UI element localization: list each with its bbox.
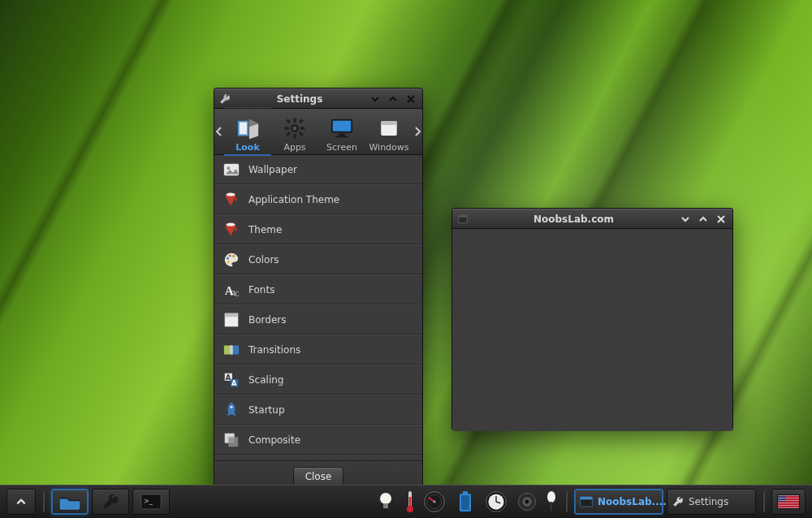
list-item-startup[interactable]: Startup <box>214 395 422 425</box>
svg-point-25 <box>229 254 231 257</box>
list-item-label: Borders <box>248 314 286 326</box>
list-item-composite[interactable]: Composite <box>214 425 422 455</box>
settings-window: Settings Look <box>214 88 423 490</box>
svg-rect-57 <box>461 495 469 510</box>
speaker-icon <box>516 491 538 512</box>
tab-look[interactable]: Look <box>224 107 271 156</box>
svg-rect-48 <box>383 503 388 508</box>
tab-screen[interactable]: Screen <box>318 107 365 156</box>
svg-point-51 <box>407 506 413 512</box>
settings-list: Wallpaper Application Theme Theme Colors… <box>214 155 422 460</box>
svg-point-54 <box>433 500 436 503</box>
tab-label: Look <box>235 142 259 153</box>
list-item-application-theme[interactable]: Application Theme <box>214 184 422 214</box>
list-item-label: Colors <box>248 254 279 265</box>
borders-icon <box>222 311 240 329</box>
svg-rect-64 <box>551 502 552 511</box>
browser-titlebar[interactable]: NoobsLab.com <box>452 209 732 229</box>
svg-rect-15 <box>333 121 352 132</box>
list-item-label: Transitions <box>248 344 300 356</box>
svg-text:A: A <box>226 373 231 382</box>
list-item-fonts[interactable]: ABC Fonts <box>214 274 422 304</box>
tab-label: Windows <box>369 142 408 153</box>
launcher-terminal[interactable]: >_ <box>132 489 170 515</box>
settings-titlebar[interactable]: Settings <box>214 88 422 109</box>
maximize-icon[interactable] <box>387 93 400 106</box>
look-icon <box>235 116 260 140</box>
list-item-wallpaper[interactable]: Wallpaper <box>214 155 422 184</box>
svg-text:>_: >_ <box>144 497 153 505</box>
tab-windows[interactable]: Windows <box>365 107 412 156</box>
list-item-label: Wallpaper <box>248 164 297 175</box>
svg-point-24 <box>227 257 229 259</box>
svg-rect-9 <box>286 119 291 123</box>
list-item-scaling[interactable]: AA Scaling <box>214 365 422 395</box>
wallpaper-icon <box>222 161 240 179</box>
svg-text:C: C <box>235 291 240 298</box>
gear-icon <box>283 116 307 140</box>
tray-indicator[interactable] <box>544 490 559 514</box>
svg-rect-35 <box>230 345 233 354</box>
list-item-borders[interactable]: Borders <box>214 304 422 335</box>
tray-battery[interactable] <box>451 490 479 514</box>
tray-bulb[interactable] <box>372 490 400 514</box>
wrench-icon <box>219 93 231 105</box>
browser-body <box>452 229 732 431</box>
terminal-icon: >_ <box>140 494 162 510</box>
tab-label: Apps <box>283 142 305 153</box>
launcher-files[interactable] <box>51 489 89 515</box>
scaling-icon: AA <box>222 371 240 389</box>
list-item-colors[interactable]: Colors <box>214 244 422 274</box>
tray-clock[interactable] <box>482 490 510 514</box>
settings-tabstrip: Look Apps Screen Windows <box>214 109 422 155</box>
minimize-icon[interactable] <box>679 213 692 226</box>
svg-point-47 <box>380 493 391 504</box>
list-item-label: Scaling <box>248 374 283 386</box>
wrench-icon <box>102 493 119 511</box>
tabs-next-icon[interactable] <box>412 109 422 154</box>
thermometer-icon <box>406 490 414 513</box>
svg-point-27 <box>227 261 230 263</box>
minimize-icon[interactable] <box>369 93 382 106</box>
taskbar-separator <box>565 491 568 512</box>
svg-rect-66 <box>581 497 593 499</box>
window-icon <box>457 214 469 225</box>
close-icon[interactable] <box>404 93 417 106</box>
bulb-icon <box>378 491 394 512</box>
list-item-transitions[interactable]: Transitions <box>214 335 422 365</box>
svg-rect-32 <box>225 313 239 317</box>
tray-keyboard-layout[interactable] <box>771 489 806 515</box>
tabs-prev-icon[interactable] <box>214 109 224 154</box>
composite-icon <box>222 431 240 449</box>
paint-bucket-icon <box>222 191 240 209</box>
svg-rect-17 <box>336 136 348 137</box>
settings-title: Settings <box>235 93 364 105</box>
svg-point-21 <box>227 166 231 170</box>
gauge-icon <box>423 490 446 513</box>
close-icon[interactable] <box>715 213 728 226</box>
window-icon <box>580 496 593 507</box>
task-noobslab[interactable]: NoobsLab.... <box>574 489 663 515</box>
svg-rect-11 <box>299 119 304 123</box>
list-item-label: Fonts <box>248 284 274 296</box>
svg-rect-42 <box>228 437 238 447</box>
tray-cpu[interactable] <box>421 490 448 514</box>
tab-apps[interactable]: Apps <box>271 107 318 156</box>
list-item-theme[interactable]: Theme <box>214 214 422 244</box>
start-button[interactable] <box>6 489 36 515</box>
folder-icon <box>58 493 81 511</box>
tray-temperature[interactable] <box>403 490 417 514</box>
svg-rect-55 <box>463 491 468 494</box>
svg-point-22 <box>227 192 235 196</box>
tray-volume[interactable] <box>513 490 541 514</box>
svg-rect-44 <box>459 215 468 217</box>
task-settings[interactable]: Settings <box>667 489 756 515</box>
list-item-label: Theme <box>248 224 282 235</box>
close-button[interactable]: Close <box>293 467 344 486</box>
svg-point-62 <box>525 500 529 504</box>
task-label: Settings <box>689 496 728 507</box>
maximize-icon[interactable] <box>697 213 710 226</box>
svg-point-63 <box>547 491 555 503</box>
launcher-settings[interactable] <box>92 489 129 515</box>
taskbar-separator <box>42 491 45 512</box>
